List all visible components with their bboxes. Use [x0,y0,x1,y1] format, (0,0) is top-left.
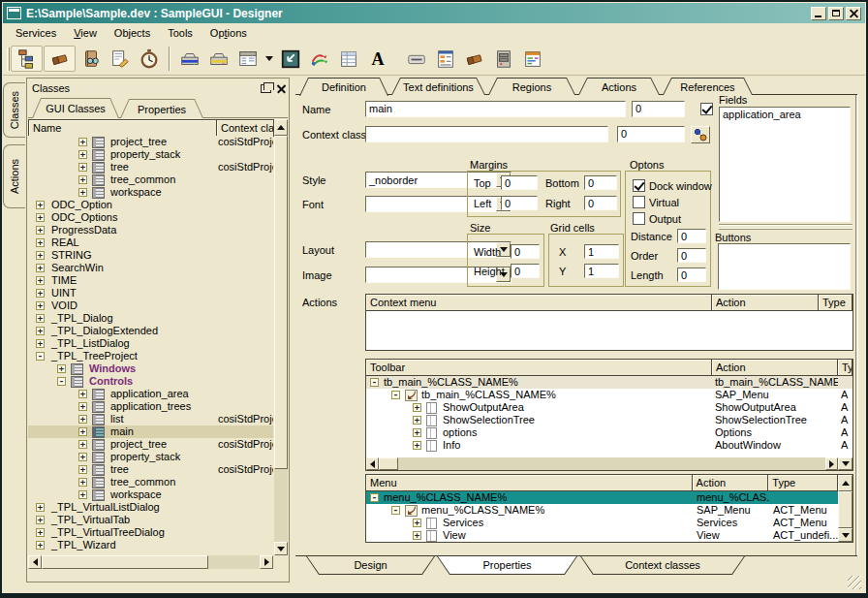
expand-expander-icon[interactable]: + [78,150,87,159]
tree-item[interactable]: +treecosiStdProje [28,161,273,173]
menu-objects[interactable]: Objects [106,25,159,41]
tab-actions[interactable]: Actions [578,78,660,95]
menu-options[interactable]: Options [202,25,256,41]
tab-properties[interactable]: Properties [120,99,203,118]
close-panel-icon[interactable] [277,84,286,93]
menu-tools[interactable]: Tools [159,25,202,41]
tree-item[interactable]: +application_trees [28,400,273,413]
column-header-action[interactable]: Action [712,295,819,311]
column-header-type[interactable]: Type [768,475,838,491]
expand-expander-icon[interactable]: + [36,516,45,524]
column-header-context-class[interactable]: Context clas [217,119,274,137]
tree-item[interactable]: +listcosiStdProje [28,413,273,425]
scroll-up-button[interactable] [838,475,852,491]
expand-expander-icon[interactable]: + [413,519,421,527]
menu-view[interactable]: View [65,25,106,41]
table-row[interactable]: +InfoAboutWindowA [366,439,852,452]
scroll-right-button[interactable] [260,555,273,569]
expand-expander-icon[interactable]: + [57,364,66,373]
column-header-toolbar[interactable]: Toolbar [366,360,712,376]
tree-item[interactable]: +project_treecosiStdProje [28,136,273,148]
tab-regions[interactable]: Regions [488,78,575,95]
expand-expander-icon[interactable]: + [78,453,87,461]
scroll-right-button[interactable] [825,457,838,470]
tree-item[interactable]: +main [28,425,273,438]
expand-expander-icon[interactable]: + [413,403,421,412]
class-hierarchy-button[interactable] [11,46,43,72]
order-input[interactable]: 0 [677,248,706,263]
table-row[interactable]: -tb_main_%CLASS_NAME%tb_main_%CLASS_NAME… [366,376,852,389]
expand-expander-icon[interactable]: + [78,465,87,474]
expand-expander-icon[interactable]: + [413,441,421,450]
drive-blue-button[interactable] [175,46,204,72]
toolbar-grip[interactable] [7,47,10,71]
table-button[interactable] [334,46,363,72]
tree-item[interactable]: +tree_common [28,476,273,488]
form-window-button[interactable] [233,46,263,72]
tree-vscrollbar[interactable] [274,136,288,555]
collapse-expander-icon[interactable]: - [391,391,400,399]
expand-expander-icon[interactable]: + [78,390,87,398]
table-row[interactable]: +ShowOutputAreaShowOutputAreaA [366,401,852,414]
tree-hscrollbar[interactable] [28,555,273,569]
menu-table-vscrollbar[interactable] [838,491,852,542]
tab-definition[interactable]: Definition [299,78,388,96]
toolbar-table-hscrollbar[interactable] [366,457,852,470]
context-class-input[interactable] [365,126,608,142]
hscroll-thumb[interactable] [42,555,208,569]
width-input[interactable]: 0 [511,244,540,259]
fields-listbox[interactable]: application_area [719,107,851,222]
expand-expander-icon[interactable]: + [36,289,45,298]
table-row[interactable]: -menu_%CLASS_NAME%menu_%CLAS... [366,491,838,504]
tab-gui-classes[interactable]: GUI Classes [32,98,119,118]
tree-item[interactable]: +REAL [28,236,273,249]
expand-expander-icon[interactable]: + [413,428,421,437]
tree-item[interactable]: -_TPL_TreeProject [28,350,273,362]
tree-item[interactable]: +property_stack [28,451,273,463]
tree-item[interactable]: +ODC_Option [28,199,273,211]
expand-expander-icon[interactable]: + [78,138,87,146]
minimize-button[interactable] [811,7,826,20]
table-row[interactable]: +ServicesServicesACT_Menu [366,517,838,529]
stopwatch-button[interactable] [135,46,164,72]
tree-item[interactable]: +UINT [28,287,273,299]
menu-services[interactable]: Services [7,25,65,41]
table-row[interactable]: +ViewViewACT_undefi... [366,529,838,542]
buttons-listbox[interactable] [718,243,851,290]
tree-item[interactable]: +ODC_Options [28,211,273,224]
expand-expander-icon[interactable]: + [78,415,87,424]
maximize-button[interactable] [828,7,844,20]
tree-item[interactable]: -Controls [28,375,273,388]
height-input[interactable]: 0 [511,264,540,278]
scroll-left-button[interactable] [366,457,379,470]
expand-expander-icon[interactable]: + [78,402,87,411]
close-button[interactable] [846,7,861,20]
scroll-down-button[interactable] [274,542,288,555]
colored-arrows-button[interactable] [305,46,334,72]
margin-top-input[interactable]: 0 [501,175,538,190]
expand-expander-icon[interactable]: + [36,213,45,222]
hscroll-thumb[interactable] [379,457,398,470]
expand-expander-icon[interactable]: + [413,416,421,425]
expand-expander-icon[interactable]: + [413,531,421,540]
table-row[interactable]: +ShowSelectionTreeShowSelectionTreeA [366,414,852,426]
tree-item[interactable]: +SearchWin [28,262,273,274]
tree-item[interactable]: +property_stack [28,148,273,161]
margin-bottom-input[interactable]: 0 [584,175,617,190]
table-row[interactable]: +optionsOptionsA [366,426,852,439]
eraser-2-button[interactable] [460,46,489,72]
tree-item[interactable]: +VOID [28,299,273,312]
expand-expander-icon[interactable]: + [36,238,45,247]
expand-expander-icon[interactable]: + [78,440,87,449]
expand-expander-icon[interactable]: + [36,327,45,335]
float-panel-icon[interactable] [261,84,271,93]
expand-expander-icon[interactable]: + [78,478,87,487]
tree-item[interactable]: +STRING [28,249,273,262]
tree-item[interactable]: +_TPL_VirtualTreeDialog [28,526,273,539]
tab-references[interactable]: References [663,78,753,95]
column-header-name[interactable]: Name [28,119,217,137]
expand-expander-icon[interactable]: + [36,276,45,285]
scroll-down-button[interactable] [838,528,852,542]
table-row[interactable]: -tb_main_%CLASS_NAME%SAP_MenuA [366,389,852,401]
tree-item[interactable]: +_TPL_ListDialog [28,337,273,350]
